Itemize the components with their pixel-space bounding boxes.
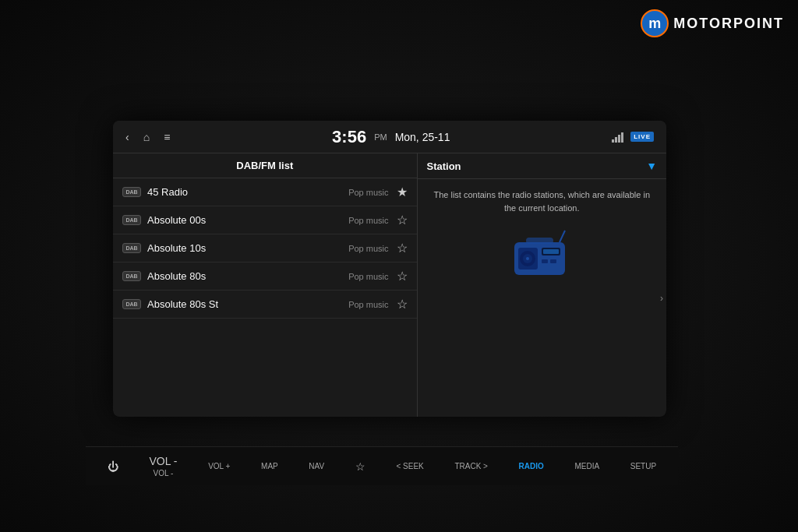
station-list: DAB 45 Radio Pop music ★ DAB Absolute 00… bbox=[113, 178, 417, 417]
map-label: MAP bbox=[261, 462, 278, 470]
svg-rect-2 bbox=[618, 135, 620, 143]
right-panel-content: The list contains the radio stations, wh… bbox=[418, 179, 667, 417]
dab-badge: DAB bbox=[122, 299, 141, 309]
station-item[interactable]: DAB Absolute 80s Pop music ☆ bbox=[113, 262, 417, 291]
logo-text: MOTORPOINT bbox=[673, 16, 784, 32]
screen: ‹ ⌂ ≡ 3:56 PM Mon, 25-11 LIVE bbox=[113, 121, 666, 417]
favorite-star[interactable]: ☆ bbox=[397, 269, 408, 284]
favorite-star[interactable]: ☆ bbox=[397, 213, 408, 227]
seek-back-button[interactable]: < SEEK bbox=[396, 462, 423, 470]
favorite-star[interactable]: ☆ bbox=[397, 297, 408, 312]
power-icon: ⏻ bbox=[108, 460, 118, 473]
scroll-right-indicator[interactable]: › bbox=[657, 290, 666, 307]
track-forward-button[interactable]: TRACK > bbox=[454, 462, 488, 470]
seek-back-label: < SEEK bbox=[396, 462, 423, 470]
station-item[interactable]: DAB Absolute 10s Pop music ☆ bbox=[113, 234, 417, 262]
dropdown-arrow-icon[interactable]: ▼ bbox=[646, 160, 657, 172]
menu-button[interactable]: ≡ bbox=[164, 131, 170, 143]
live-badge: LIVE bbox=[630, 132, 654, 142]
favorite-star[interactable]: ☆ bbox=[397, 241, 408, 255]
favorite-icon: ☆ bbox=[355, 460, 365, 473]
svg-rect-0 bbox=[612, 139, 614, 143]
setup-button[interactable]: SETUP bbox=[630, 462, 656, 470]
dab-badge: DAB bbox=[122, 187, 141, 197]
vol-minus-button[interactable]: VOL - VOL - bbox=[149, 455, 177, 477]
station-item[interactable]: DAB Absolute 80s St Pop music ☆ bbox=[113, 291, 417, 319]
station-genre: Pop music bbox=[348, 188, 388, 197]
sort-label: Station bbox=[427, 160, 461, 172]
svg-line-13 bbox=[560, 231, 565, 242]
station-genre: Pop music bbox=[348, 244, 388, 253]
dab-badge: DAB bbox=[122, 243, 141, 253]
favorite-star[interactable]: ★ bbox=[397, 185, 408, 199]
logo-circle: m bbox=[641, 9, 669, 37]
home-button[interactable]: ⌂ bbox=[143, 131, 150, 143]
vol-plus-button[interactable]: VOL + bbox=[208, 462, 230, 470]
station-name: Absolute 80s bbox=[147, 270, 348, 282]
vol-plus-text: VOL + bbox=[208, 462, 230, 470]
media-button[interactable]: MEDIA bbox=[574, 462, 599, 470]
favorite-button[interactable]: ☆ bbox=[355, 460, 365, 473]
radio-button[interactable]: RADIO bbox=[519, 462, 544, 470]
svg-point-8 bbox=[526, 257, 529, 260]
dab-badge: DAB bbox=[122, 271, 141, 281]
radio-illustration bbox=[507, 227, 577, 281]
nav-controls: ‹ ⌂ ≡ bbox=[125, 131, 170, 143]
top-bar: ‹ ⌂ ≡ 3:56 PM Mon, 25-11 LIVE bbox=[113, 121, 666, 153]
vol-minus-label: VOL - bbox=[149, 455, 177, 467]
station-item[interactable]: DAB Absolute 00s Pop music ☆ bbox=[113, 206, 417, 234]
clock-time: 3:56 bbox=[332, 127, 366, 147]
right-panel-header: Station ▼ bbox=[418, 153, 667, 179]
nav-button[interactable]: NAV bbox=[309, 462, 324, 470]
media-label: MEDIA bbox=[574, 462, 599, 470]
screen-bezel: ‹ ⌂ ≡ 3:56 PM Mon, 25-11 LIVE bbox=[113, 121, 666, 417]
svg-rect-3 bbox=[621, 132, 623, 143]
main-content: DAB/FM list DAB 45 Radio Pop music ★ DAB… bbox=[113, 153, 666, 417]
right-panel: Station ▼ The list contains the radio st… bbox=[418, 153, 667, 417]
radio-label: RADIO bbox=[519, 462, 544, 470]
station-genre: Pop music bbox=[348, 300, 388, 309]
clock-ampm: PM bbox=[374, 132, 387, 142]
station-genre: Pop music bbox=[348, 216, 388, 225]
svg-rect-10 bbox=[543, 249, 559, 254]
logo-letter: m bbox=[648, 16, 661, 32]
status-icons: LIVE bbox=[612, 132, 654, 143]
vol-minus-text: VOL - bbox=[154, 469, 174, 477]
station-name: Absolute 00s bbox=[147, 214, 348, 226]
bottom-controls: ⏻ VOL - VOL - VOL + MAP NAV ☆ < SEEK TRA… bbox=[86, 446, 678, 485]
svg-rect-1 bbox=[615, 137, 617, 143]
svg-rect-14 bbox=[526, 238, 553, 244]
back-button[interactable]: ‹ bbox=[125, 131, 129, 143]
nav-label: NAV bbox=[309, 462, 324, 470]
signal-icon bbox=[612, 132, 626, 143]
left-panel: DAB/FM list DAB 45 Radio Pop music ★ DAB… bbox=[113, 153, 418, 417]
motorpoint-logo: m MOTORPOINT bbox=[641, 9, 784, 37]
map-button[interactable]: MAP bbox=[261, 462, 278, 470]
dab-badge: DAB bbox=[122, 215, 141, 225]
svg-rect-11 bbox=[542, 259, 548, 263]
station-name: Absolute 10s bbox=[147, 242, 348, 254]
setup-label: SETUP bbox=[630, 462, 656, 470]
station-item[interactable]: DAB 45 Radio Pop music ★ bbox=[113, 178, 417, 206]
left-panel-title: DAB/FM list bbox=[113, 153, 417, 178]
svg-rect-12 bbox=[550, 259, 556, 263]
power-button[interactable]: ⏻ bbox=[108, 460, 118, 473]
station-name: 45 Radio bbox=[147, 186, 348, 198]
station-name: Absolute 80s St bbox=[147, 298, 348, 310]
clock-date: Mon, 25-11 bbox=[395, 131, 450, 143]
station-genre: Pop music bbox=[348, 272, 388, 281]
track-fwd-label: TRACK > bbox=[454, 462, 488, 470]
info-text: The list contains the radio stations, wh… bbox=[427, 188, 658, 214]
clock-area: 3:56 PM Mon, 25-11 bbox=[170, 127, 612, 147]
